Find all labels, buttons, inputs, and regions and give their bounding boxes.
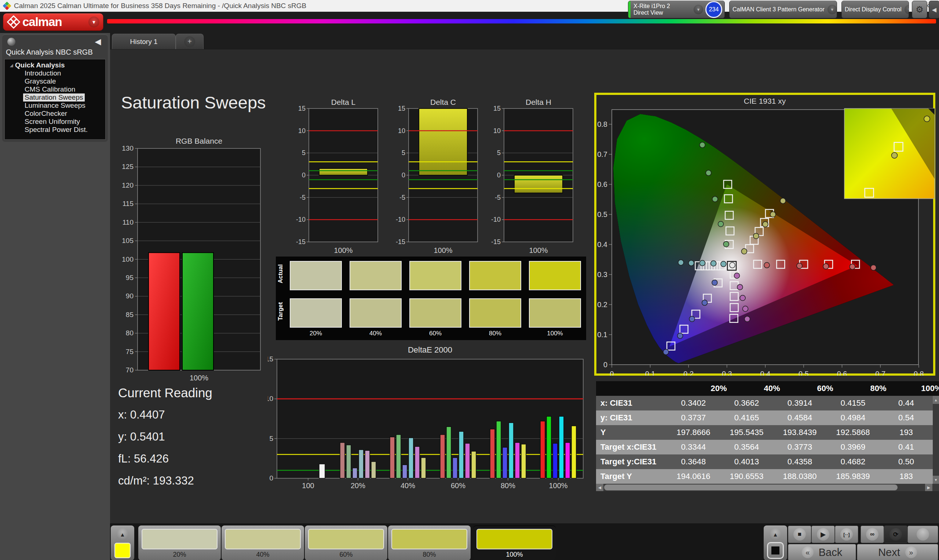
svg-text:0.8: 0.8	[914, 370, 924, 375]
pattern-card-60%[interactable]: 60%	[305, 526, 387, 560]
table-header-cell: 40%	[745, 384, 799, 393]
svg-text:0.7: 0.7	[875, 370, 885, 375]
scroll-up-icon[interactable]: ▲	[933, 396, 939, 404]
svg-text:0.5: 0.5	[799, 370, 809, 375]
tree-item-spectral-power-dist-[interactable]: Spectral Power Dist.	[5, 126, 105, 134]
table-cell: 0.3564	[720, 442, 773, 452]
meter-dropdown[interactable]: X-Rite i1Pro 2 Direct View ▼ 234	[628, 1, 725, 18]
loop-button[interactable]: ∞	[860, 526, 884, 543]
black-square-icon	[771, 546, 779, 554]
horizontal-scrollbar[interactable]: ◀ ▶	[596, 484, 939, 491]
tree-item-colorchecker[interactable]: ColorChecker	[5, 109, 105, 118]
svg-text:CIE 1931 xy: CIE 1931 xy	[744, 97, 786, 105]
calman-app-icon	[3, 2, 11, 10]
svg-text:15: 15	[493, 105, 501, 112]
scroll-down-icon[interactable]: ▼	[933, 476, 939, 484]
step-icon: [··]	[843, 532, 850, 537]
vertical-scrollbar[interactable]: ▲ ▼	[933, 396, 939, 484]
stop-display-button[interactable]	[767, 542, 784, 559]
scrollbar-thumb[interactable]	[604, 485, 897, 490]
calman-logo-icon	[7, 15, 20, 29]
rainbow-gradient-strip	[107, 19, 936, 23]
pattern-label: 60%	[305, 551, 387, 558]
calman-app-window: Calman 2025 Calman Ultimate for Business…	[0, 0, 939, 560]
svg-text:0: 0	[497, 172, 501, 179]
pattern-generator-dropdown[interactable]: CalMAN Client 3 Pattern Generator ▼	[729, 1, 837, 18]
tree-item-cms-calibration[interactable]: CMS Calibration	[5, 85, 105, 94]
table-cell: 0.3648	[667, 457, 720, 466]
tree-root-quick-analysis[interactable]: ◢ Quick Analysis	[5, 61, 105, 69]
tree-item-introduction[interactable]: Introduction	[5, 69, 105, 77]
settings-button[interactable]: ⚙	[912, 1, 927, 18]
tree-item-screen-uniformity[interactable]: Screen Uniformity	[5, 118, 105, 126]
tab-strip: History 1 +	[110, 33, 939, 49]
chevron-down-icon[interactable]: ▼	[828, 5, 837, 14]
pattern-card-20%[interactable]: 20%	[138, 526, 221, 560]
refresh-button[interactable]: ⟳	[884, 526, 907, 543]
chevron-down-icon[interactable]: ▼	[905, 5, 909, 14]
stop-button[interactable]: ■	[788, 526, 811, 543]
table-cell: 192.5868	[826, 428, 880, 437]
tree-expander-icon[interactable]: ◢	[10, 63, 15, 68]
target-row-label: Target	[277, 312, 284, 321]
svg-text:RGB Balance: RGB Balance	[176, 137, 222, 145]
table-row: Target Y194.0616190.6553188.0380185.9839…	[596, 469, 933, 484]
pattern-card-100%[interactable]: 100%	[473, 526, 556, 560]
svg-text:10: 10	[493, 127, 501, 134]
expand-up-button[interactable]: ▲	[116, 528, 129, 541]
table-header-cell: 80%	[852, 384, 905, 393]
tree-item-luminance-sweeps[interactable]: Luminance Sweeps	[5, 102, 105, 109]
display-control-dropdown[interactable]: Direct Display Control ▼	[842, 1, 909, 18]
scroll-left-icon[interactable]: ◀	[596, 484, 603, 491]
blank-transport-button[interactable]	[907, 526, 938, 543]
triangle-up-icon: ▲	[773, 531, 778, 538]
chevron-down-icon[interactable]: ▼	[694, 5, 703, 14]
pattern-chip	[392, 529, 467, 549]
pattern-label: 40%	[222, 551, 304, 558]
window-title: Calman 2025 Calman Ultimate for Business…	[14, 2, 306, 10]
reading-cdm2: cd/m²: 193.332	[118, 474, 212, 488]
back-button[interactable]: « Back	[788, 544, 856, 560]
table-row-label: Target y:CIE31	[596, 457, 667, 466]
table-cell: 197.8666	[667, 428, 720, 437]
expand-up-button[interactable]: ▲	[769, 528, 782, 541]
cie-inset-zoom	[844, 108, 934, 198]
swatch-column-label: 100%	[529, 330, 581, 337]
meter-count-badge[interactable]: 234	[705, 1, 722, 18]
table-header-row: 20%40%60%80%100%	[596, 381, 939, 396]
current-patch-card: ▲	[111, 526, 134, 560]
svg-text:0: 0	[610, 370, 614, 375]
calman-menu-button[interactable]: calman ▼	[3, 13, 103, 31]
tab-history-1[interactable]: History 1	[112, 34, 176, 49]
tree-item-saturation-sweeps[interactable]: Saturation Sweeps	[5, 94, 105, 102]
svg-text:0.6: 0.6	[597, 180, 607, 188]
svg-text:Delta L: Delta L	[331, 98, 356, 106]
scroll-right-icon[interactable]: ▶	[925, 484, 933, 491]
play-button[interactable]: ▶	[811, 526, 835, 543]
collapse-right-panel-button[interactable]: ◀	[929, 1, 939, 18]
table-cell: 0.3773	[773, 442, 826, 452]
table-cell: 0.4584	[773, 413, 826, 423]
calman-menu-dropdown-icon[interactable]: ▼	[88, 17, 99, 28]
generator-name: CalMAN Client 3 Pattern Generator	[729, 6, 828, 13]
measurement-table: 20%40%60%80%100% x: CIE310.34020.36620.3…	[596, 381, 939, 491]
gear-icon: ⚙	[916, 5, 924, 15]
svg-text:0: 0	[269, 474, 273, 482]
svg-text:100%: 100%	[529, 246, 547, 254]
current-patch-chip[interactable]	[114, 543, 131, 558]
svg-text:-5: -5	[399, 194, 405, 201]
cie-1931-chart-panel[interactable]: CIE 1931 xy 0 0.1 0.2 0.3 0.4 0.5 0.6 0.…	[594, 93, 935, 375]
sidebar-orb-button[interactable]	[7, 38, 15, 46]
pattern-card-80%[interactable]: 80%	[388, 526, 470, 560]
add-tab-button[interactable]: +	[176, 34, 204, 49]
sidebar-collapse-button[interactable]: ◀	[93, 36, 103, 47]
step-button[interactable]: [··]	[835, 526, 858, 543]
tree-item-grayscale[interactable]: Grayscale	[5, 77, 105, 85]
pattern-card-40%[interactable]: 40%	[222, 526, 304, 560]
table-cell: 0.4155	[826, 398, 880, 408]
svg-text:0.3: 0.3	[722, 370, 732, 375]
table-cell: 193	[880, 428, 933, 437]
triangle-up-icon: ▲	[120, 531, 125, 538]
table-header-cell: 20%	[692, 384, 745, 393]
next-button[interactable]: Next »	[857, 544, 938, 560]
